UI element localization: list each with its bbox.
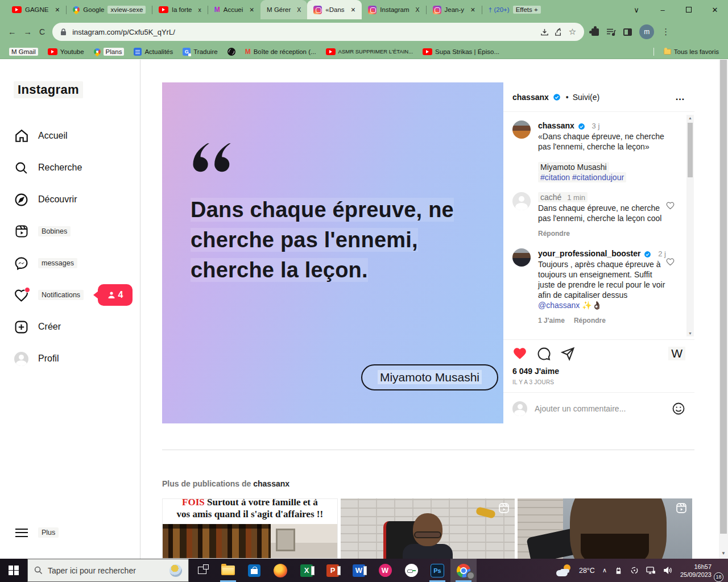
- chrome-button[interactable]: [450, 559, 477, 582]
- url-text[interactable]: instagram.com/p/Cxfu5K_qYrL/: [72, 28, 535, 36]
- scroll-down-arrow-icon[interactable]: ▼: [686, 331, 694, 335]
- tab-close-icon[interactable]: ✕: [470, 6, 475, 13]
- sidebar-item-accueil[interactable]: Accueil: [7, 120, 133, 152]
- powerpoint-button[interactable]: P: [320, 559, 346, 582]
- tab-accueil[interactable]: Accuei ✕: [208, 0, 260, 19]
- tab-jean-y[interactable]: Jean-y ✕: [427, 0, 482, 19]
- comment-username[interactable]: caché: [540, 193, 561, 202]
- notifications-count-badge[interactable]: 4: [98, 284, 133, 306]
- speaker-icon[interactable]: [663, 566, 673, 575]
- address-bar[interactable]: instagram.com/p/Cxfu5K_qYrL/ ☆: [52, 23, 584, 41]
- temperature[interactable]: 28°C: [579, 567, 595, 575]
- scrollbar-thumb[interactable]: [688, 123, 693, 177]
- sidebar-item-messages[interactable]: messages: [7, 247, 133, 279]
- wps-button[interactable]: W: [372, 559, 398, 582]
- tab-gagne[interactable]: GAGNE ✕: [6, 0, 66, 19]
- reload-button[interactable]: C: [39, 27, 45, 36]
- post-thumbnail[interactable]: [518, 498, 692, 559]
- post-thumbnail[interactable]: FOIS Surtout à votre famille et à vos am…: [162, 498, 338, 559]
- weather-icon[interactable]: [556, 564, 572, 577]
- scroll-up-arrow-icon[interactable]: ▲: [686, 116, 694, 120]
- tab-close-icon[interactable]: X: [297, 6, 301, 13]
- back-button[interactable]: ←: [8, 27, 16, 36]
- bookmark-plans[interactable]: Plans: [94, 48, 125, 56]
- followed-status[interactable]: Suivi(e): [573, 93, 599, 102]
- scroll-down-arrow-icon[interactable]: ▼: [719, 551, 728, 556]
- comment-like-icon[interactable]: [666, 192, 677, 239]
- task-view-button[interactable]: [189, 559, 215, 582]
- bookmark-gmail[interactable]: M Gmail: [9, 48, 38, 56]
- like-heart-icon[interactable]: [512, 346, 527, 361]
- extensions-icon[interactable]: [592, 28, 599, 36]
- sidebar-item-plus[interactable]: Plus: [7, 517, 133, 548]
- comment-username[interactable]: your_professional_booster: [538, 249, 641, 258]
- taskbar-search[interactable]: Taper ici pour rechercher: [27, 559, 189, 582]
- tab-close-icon[interactable]: ✕: [55, 6, 60, 13]
- caption-hashtags[interactable]: #citation #citationdujour: [538, 172, 626, 182]
- comments-scrollbar[interactable]: ▲ ▼: [686, 115, 694, 336]
- more-posts-username[interactable]: chassanx: [253, 479, 289, 488]
- bookmark-traduire[interactable]: GTraduire: [183, 48, 217, 56]
- likes-count[interactable]: 6 049 J'aime: [512, 367, 685, 376]
- caption-username[interactable]: chassanx: [538, 121, 574, 130]
- sidebar-item-profil[interactable]: Profil: [7, 343, 133, 375]
- chevron-up-icon[interactable]: ∧: [602, 567, 607, 574]
- start-button[interactable]: [0, 559, 27, 582]
- tab-gerer[interactable]: M Gérer X: [260, 0, 307, 19]
- microsoft-store-button[interactable]: [241, 559, 267, 582]
- tab-google[interactable]: Google xview-sexe: [67, 0, 152, 19]
- minimize-button[interactable]: –: [650, 6, 676, 14]
- tab-instagram[interactable]: Instagram X: [362, 0, 425, 19]
- more-options-icon[interactable]: …: [675, 92, 685, 103]
- photoshop-button[interactable]: Ps: [424, 559, 450, 582]
- save-button[interactable]: W: [668, 347, 685, 360]
- post-username[interactable]: chassanx: [512, 93, 549, 102]
- reply-button[interactable]: Répondre: [538, 228, 570, 239]
- sidebar-item-creer[interactable]: Créer: [7, 311, 133, 343]
- mention-link[interactable]: @chassanx: [538, 301, 580, 310]
- network-display-icon[interactable]: [646, 566, 656, 575]
- post-thumbnail[interactable]: [341, 498, 515, 559]
- firefox-button[interactable]: [267, 559, 293, 582]
- forward-button[interactable]: →: [24, 27, 32, 36]
- share-plane-icon[interactable]: [561, 347, 575, 361]
- password-manager-button[interactable]: [398, 559, 424, 582]
- bookmark-inbox[interactable]: MBoîte de réception (...: [245, 48, 316, 56]
- browser-profile-avatar[interactable]: m: [639, 24, 654, 39]
- comment-likes-count[interactable]: 1 J'aime: [538, 315, 565, 326]
- usb-icon[interactable]: [614, 566, 623, 575]
- all-favorites-button[interactable]: Tous les favoris: [664, 48, 719, 55]
- post-date[interactable]: IL Y A 3 JOURS: [512, 379, 685, 385]
- comment-bubble-icon[interactable]: [537, 347, 551, 361]
- tab-close-icon[interactable]: ✕: [351, 6, 356, 13]
- playlist-icon[interactable]: [606, 28, 616, 36]
- restore-button[interactable]: [676, 6, 702, 14]
- sync-circle-icon[interactable]: [630, 566, 639, 575]
- side-panel-icon[interactable]: [623, 28, 632, 36]
- bookmark-supa-strikas[interactable]: Supa Strikas | Épiso...: [423, 48, 499, 55]
- avatar[interactable]: [512, 248, 531, 267]
- tab-close-icon[interactable]: X: [416, 6, 420, 13]
- share-icon[interactable]: [555, 28, 563, 36]
- excel-button[interactable]: X: [293, 559, 320, 582]
- emoji-smiley-icon[interactable]: [672, 402, 685, 415]
- chevron-down-icon[interactable]: ∨: [623, 6, 650, 14]
- bookmark-star-icon[interactable]: ☆: [569, 27, 576, 37]
- comment-like-icon[interactable]: [666, 248, 677, 326]
- scrollbar-thumb[interactable]: [720, 60, 727, 534]
- close-button[interactable]: ✕: [702, 6, 728, 14]
- bookmark-globe[interactable]: [228, 48, 235, 56]
- tab-la-forte[interactable]: la forte x: [152, 0, 207, 19]
- tab-close-icon[interactable]: x: [198, 6, 201, 13]
- file-explorer-button[interactable]: [215, 559, 241, 582]
- reply-button[interactable]: Répondre: [574, 315, 606, 326]
- comment-input[interactable]: [535, 404, 664, 413]
- tab-effets[interactable]: † (20+) Effets +: [482, 0, 547, 19]
- avatar[interactable]: [512, 120, 531, 139]
- page-scrollbar[interactable]: ▼: [719, 60, 728, 559]
- instagram-logo[interactable]: Instagram: [14, 81, 83, 98]
- bookmark-youtube[interactable]: Youtube: [48, 48, 84, 55]
- bookmark-asmr[interactable]: ASMR SUPPRIMER L'ÉTAIN...: [326, 48, 413, 55]
- word-button[interactable]: W: [346, 559, 372, 582]
- avatar[interactable]: [512, 192, 531, 210]
